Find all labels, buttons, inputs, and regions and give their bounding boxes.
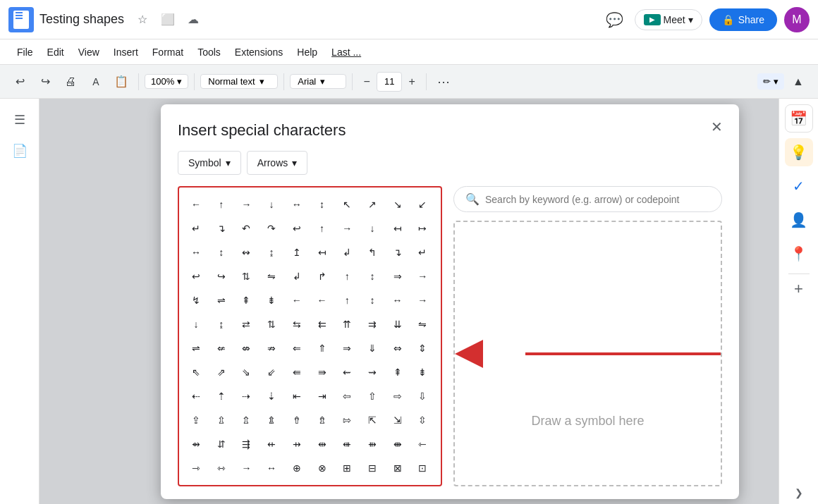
symbol-cell[interactable]: ↱ <box>311 265 334 288</box>
symbol-cell[interactable]: ⊕ <box>286 457 308 479</box>
drive-button[interactable]: ⬜ <box>158 10 178 30</box>
symbol-cell[interactable]: ← <box>185 193 207 216</box>
collapse-toolbar-button[interactable]: ▲ <box>787 70 810 93</box>
sidebar-pages-icon[interactable]: 📄 <box>7 138 32 164</box>
symbol-cell[interactable]: ⇩ <box>411 385 434 407</box>
symbol-cell[interactable]: ⇿ <box>210 457 233 479</box>
zoom-selector[interactable]: 100% ▾ <box>145 74 188 89</box>
font-size-input[interactable] <box>377 72 402 92</box>
menu-edit[interactable]: Edit <box>42 44 70 61</box>
symbol-cell[interactable]: ⇕ <box>411 337 434 359</box>
symbol-cell[interactable]: ⇧ <box>361 385 384 407</box>
symbol-cell[interactable]: ⇚ <box>286 361 308 383</box>
symbol-cell[interactable]: ⇮ <box>286 409 308 431</box>
symbol-cell[interactable]: ⇷ <box>260 433 283 455</box>
symbol-cell[interactable]: ⇌ <box>210 289 233 312</box>
symbol-cell[interactable]: → <box>336 217 358 240</box>
symbol-cell[interactable]: ⇈ <box>336 313 358 336</box>
menu-extensions[interactable]: Extensions <box>229 44 288 61</box>
symbol-cell[interactable]: ↓ <box>361 217 384 240</box>
copy-format-button[interactable]: 📋 <box>110 70 133 93</box>
symbol-cell[interactable]: ⇶ <box>235 433 257 455</box>
symbol-cell[interactable]: ⇣ <box>260 385 283 407</box>
star-button[interactable]: ☆ <box>133 10 152 30</box>
symbol-cell[interactable]: ⇰ <box>336 409 358 431</box>
symbol-cell[interactable]: ↤ <box>311 241 334 264</box>
symbol-cell[interactable]: ⇉ <box>361 313 384 336</box>
symbol-cell[interactable]: → <box>411 289 434 312</box>
menu-insert[interactable]: Insert <box>108 44 144 61</box>
symbol-cell[interactable]: ↕ <box>361 265 384 288</box>
symbol-cell[interactable]: → <box>235 193 257 216</box>
font-selector[interactable]: Arial ▾ <box>290 74 346 89</box>
symbol-cell[interactable]: ⇺ <box>336 433 358 455</box>
symbol-cell[interactable]: ⇐ <box>286 337 308 359</box>
symbol-cell[interactable]: ↔ <box>286 193 308 216</box>
symbol-cell[interactable]: ⇸ <box>286 433 308 455</box>
menu-last[interactable]: Last ... <box>326 44 367 61</box>
symbol-cell[interactable]: ⇞ <box>386 361 409 383</box>
symbol-cell[interactable]: ⇹ <box>311 433 334 455</box>
symbol-cell[interactable]: ⇟ <box>260 289 283 312</box>
symbol-cell[interactable]: ↲ <box>286 265 308 288</box>
symbol-cell[interactable]: ⇡ <box>210 385 233 407</box>
symbol-cell[interactable]: ↑ <box>311 217 334 240</box>
comment-button[interactable]: 💬 <box>602 7 628 32</box>
symbol-cell[interactable]: ↘ <box>386 193 409 216</box>
symbol-cell[interactable]: ⇪ <box>185 409 207 431</box>
symbol-cell[interactable]: ⇊ <box>386 313 409 336</box>
menu-view[interactable]: View <box>73 44 105 61</box>
font-size-decrease[interactable]: − <box>358 72 375 92</box>
symbol-cell[interactable]: ↕ <box>311 193 334 216</box>
add-app-button[interactable]: + <box>794 280 803 298</box>
symbol-cell[interactable]: ⇗ <box>210 361 233 383</box>
symbol-cell[interactable]: ⊡ <box>411 457 434 479</box>
symbol-cell[interactable]: ⇌ <box>185 337 207 359</box>
calendar-icon[interactable]: 📅 <box>785 104 813 133</box>
symbol-cell[interactable]: ↗ <box>361 193 384 216</box>
symbol-cell[interactable]: ↔ <box>260 457 283 479</box>
symbol-cell[interactable]: ↤ <box>386 217 409 240</box>
undo-button[interactable]: ↩ <box>8 70 31 93</box>
print-button[interactable]: 🖨 <box>59 70 82 93</box>
symbol-cell[interactable]: ⇢ <box>235 385 257 407</box>
symbol-cell[interactable]: ⇨ <box>386 385 409 407</box>
symbol-cell[interactable]: ← <box>286 289 308 312</box>
symbol-cell[interactable]: ↓ <box>185 313 207 336</box>
sidebar-outline-icon[interactable]: ☰ <box>7 107 32 133</box>
symbol-cell[interactable]: ⇘ <box>235 361 257 383</box>
symbol-cell[interactable]: ↖ <box>336 193 358 216</box>
symbol-cell[interactable]: ⇙ <box>260 361 283 383</box>
pen-button[interactable]: ✏ ▾ <box>757 73 784 90</box>
menu-help[interactable]: Help <box>291 44 323 61</box>
symbol-cell[interactable]: ↑ <box>210 193 233 216</box>
symbol-cell[interactable]: ↵ <box>185 217 207 240</box>
symbol-cell[interactable]: ↷ <box>260 217 283 240</box>
symbol-cell[interactable]: ↑ <box>336 289 358 312</box>
symbol-cell[interactable]: ⇝ <box>361 361 384 383</box>
tasks-icon[interactable]: ✓ <box>785 172 813 200</box>
symbol-cell[interactable]: ↙ <box>411 193 434 216</box>
symbol-cell[interactable]: ⇞ <box>235 289 257 312</box>
symbol-cell[interactable]: ⇽ <box>411 433 434 455</box>
menu-file[interactable]: File <box>11 44 39 61</box>
symbol-cell[interactable]: ↔ <box>386 289 409 312</box>
cloud-button[interactable]: ☁ <box>183 10 203 30</box>
symbol-cell[interactable]: ↦ <box>411 217 434 240</box>
expand-sidebar-button[interactable]: ❯ <box>795 487 803 498</box>
symbol-cell[interactable]: ↕ <box>210 241 233 264</box>
symbol-cell[interactable]: ↵ <box>411 241 434 264</box>
symbol-cell[interactable]: ⊞ <box>336 457 358 479</box>
symbol-cell[interactable]: ⇴ <box>185 433 207 455</box>
symbol-cell[interactable]: ⇜ <box>336 361 358 383</box>
symbol-cell[interactable]: ⇒ <box>336 337 358 359</box>
symbol-cell[interactable]: ⇬ <box>235 409 257 431</box>
symbol-cell[interactable]: ↴ <box>386 241 409 264</box>
symbol-cell[interactable]: ⇅ <box>260 313 283 336</box>
search-input[interactable] <box>485 194 710 205</box>
symbol-cell[interactable]: ⇏ <box>260 337 283 359</box>
symbol-cell[interactable]: ⇵ <box>210 433 233 455</box>
symbol-cell[interactable]: ⇓ <box>361 337 384 359</box>
symbol-cell[interactable]: ↩ <box>286 217 308 240</box>
symbol-cell[interactable]: ↪ <box>210 265 233 288</box>
